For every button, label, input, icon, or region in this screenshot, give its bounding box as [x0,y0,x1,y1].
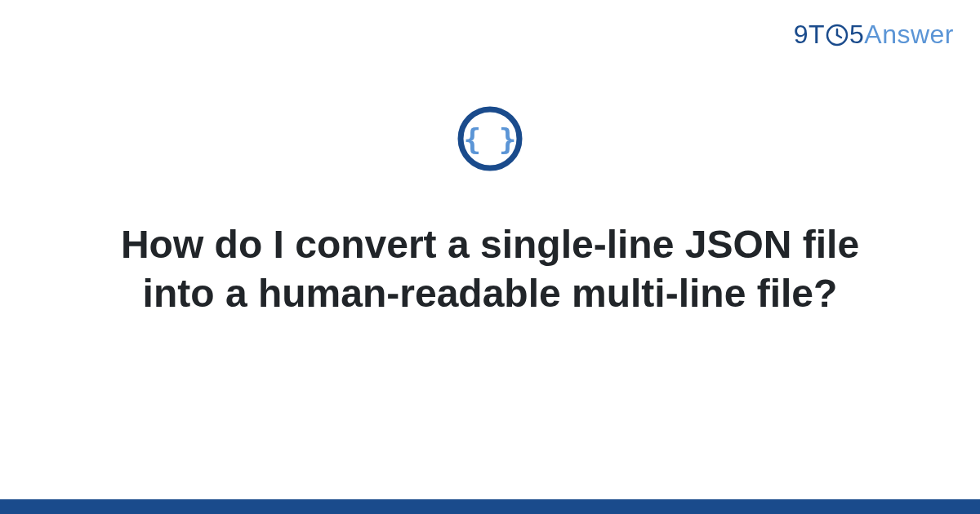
main-content: { } How do I convert a single-line JSON … [0,106,980,318]
logo-part-9t: 9T [794,20,825,50]
svg-text:{ }: { } [463,122,516,156]
logo-part-answer: Answer [864,20,954,50]
logo-part-5: 5 [849,20,864,50]
question-title: How do I convert a single-line JSON file… [82,220,898,318]
json-braces-icon: { } [457,106,523,171]
site-logo: 9T 5 Answer [794,20,954,50]
svg-line-2 [837,35,841,38]
clock-icon [826,24,849,47]
footer-bar [0,499,980,514]
